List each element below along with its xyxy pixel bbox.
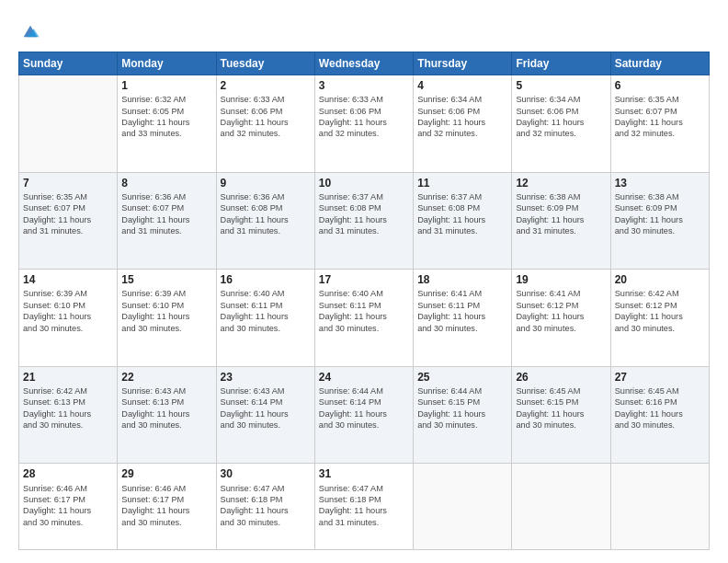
col-tuesday: Tuesday	[216, 52, 314, 75]
day-info: Sunrise: 6:41 AM Sunset: 6:11 PM Dayligh…	[417, 288, 507, 334]
table-cell: 27Sunrise: 6:45 AM Sunset: 6:16 PM Dayli…	[610, 366, 709, 464]
col-wednesday: Wednesday	[314, 52, 413, 75]
day-info: Sunrise: 6:42 AM Sunset: 6:12 PM Dayligh…	[615, 288, 705, 334]
day-info: Sunrise: 6:37 AM Sunset: 6:08 PM Dayligh…	[319, 191, 409, 237]
col-saturday: Saturday	[610, 52, 709, 75]
table-cell: 22Sunrise: 6:43 AM Sunset: 6:13 PM Dayli…	[118, 366, 216, 464]
day-info: Sunrise: 6:47 AM Sunset: 6:18 PM Dayligh…	[319, 483, 409, 529]
day-number: 3	[319, 78, 409, 93]
day-info: Sunrise: 6:34 AM Sunset: 6:06 PM Dayligh…	[516, 94, 606, 140]
day-info: Sunrise: 6:43 AM Sunset: 6:14 PM Dayligh…	[221, 385, 311, 431]
day-info: Sunrise: 6:42 AM Sunset: 6:13 PM Dayligh…	[23, 385, 113, 431]
day-info: Sunrise: 6:36 AM Sunset: 6:08 PM Dayligh…	[221, 191, 311, 237]
day-number: 10	[319, 176, 409, 190]
table-cell: 3Sunrise: 6:33 AM Sunset: 6:06 PM Daylig…	[314, 75, 413, 173]
calendar-table: Sunday Monday Tuesday Wednesday Thursday…	[18, 52, 710, 550]
day-number: 7	[23, 176, 113, 190]
day-info: Sunrise: 6:37 AM Sunset: 6:08 PM Dayligh…	[417, 191, 507, 237]
day-info: Sunrise: 6:41 AM Sunset: 6:12 PM Dayligh…	[516, 288, 606, 334]
table-cell: 29Sunrise: 6:46 AM Sunset: 6:17 PM Dayli…	[118, 464, 216, 550]
table-cell: 15Sunrise: 6:39 AM Sunset: 6:10 PM Dayli…	[118, 270, 216, 367]
table-cell: 14Sunrise: 6:39 AM Sunset: 6:10 PM Dayli…	[19, 270, 118, 367]
logo	[18, 20, 40, 42]
col-friday: Friday	[512, 52, 610, 75]
table-cell: 8Sunrise: 6:36 AM Sunset: 6:07 PM Daylig…	[118, 172, 216, 270]
day-number: 12	[516, 176, 606, 190]
col-thursday: Thursday	[414, 52, 512, 75]
day-number: 1	[121, 78, 211, 93]
table-row: 28Sunrise: 6:46 AM Sunset: 6:17 PM Dayli…	[19, 464, 710, 550]
table-cell: 21Sunrise: 6:42 AM Sunset: 6:13 PM Dayli…	[19, 366, 118, 464]
day-number: 19	[516, 272, 606, 287]
table-cell	[414, 464, 512, 550]
table-row: 7Sunrise: 6:35 AM Sunset: 6:07 PM Daylig…	[19, 172, 710, 270]
day-number: 15	[121, 272, 211, 287]
day-number: 6	[615, 78, 705, 93]
day-number: 29	[121, 466, 211, 481]
day-number: 31	[319, 466, 409, 481]
table-cell: 20Sunrise: 6:42 AM Sunset: 6:12 PM Dayli…	[610, 270, 709, 367]
col-monday: Monday	[118, 52, 216, 75]
header-row: Sunday Monday Tuesday Wednesday Thursday…	[19, 52, 710, 75]
table-row: 14Sunrise: 6:39 AM Sunset: 6:10 PM Dayli…	[19, 270, 710, 367]
table-cell: 10Sunrise: 6:37 AM Sunset: 6:08 PM Dayli…	[314, 172, 413, 270]
day-number: 17	[319, 272, 409, 287]
day-info: Sunrise: 6:47 AM Sunset: 6:18 PM Dayligh…	[221, 483, 311, 529]
day-info: Sunrise: 6:46 AM Sunset: 6:17 PM Dayligh…	[121, 483, 211, 529]
table-cell: 11Sunrise: 6:37 AM Sunset: 6:08 PM Dayli…	[414, 172, 512, 270]
day-number: 14	[23, 272, 113, 287]
day-number: 23	[221, 370, 311, 385]
table-cell: 4Sunrise: 6:34 AM Sunset: 6:06 PM Daylig…	[414, 75, 512, 173]
table-cell: 17Sunrise: 6:40 AM Sunset: 6:11 PM Dayli…	[314, 270, 413, 367]
table-cell: 13Sunrise: 6:38 AM Sunset: 6:09 PM Dayli…	[610, 172, 709, 270]
day-number: 2	[221, 78, 311, 93]
table-row: 1Sunrise: 6:32 AM Sunset: 6:05 PM Daylig…	[19, 75, 710, 173]
day-info: Sunrise: 6:46 AM Sunset: 6:17 PM Dayligh…	[23, 483, 113, 529]
day-number: 26	[516, 370, 606, 385]
day-info: Sunrise: 6:34 AM Sunset: 6:06 PM Dayligh…	[417, 94, 507, 140]
day-info: Sunrise: 6:35 AM Sunset: 6:07 PM Dayligh…	[615, 94, 705, 140]
table-cell: 24Sunrise: 6:44 AM Sunset: 6:14 PM Dayli…	[314, 366, 413, 464]
day-number: 27	[615, 370, 705, 385]
table-cell	[610, 464, 709, 550]
day-number: 20	[615, 272, 705, 287]
day-info: Sunrise: 6:40 AM Sunset: 6:11 PM Dayligh…	[221, 288, 311, 334]
day-info: Sunrise: 6:32 AM Sunset: 6:05 PM Dayligh…	[121, 94, 211, 140]
table-cell: 23Sunrise: 6:43 AM Sunset: 6:14 PM Dayli…	[216, 366, 314, 464]
table-cell: 30Sunrise: 6:47 AM Sunset: 6:18 PM Dayli…	[216, 464, 314, 550]
table-cell: 31Sunrise: 6:47 AM Sunset: 6:18 PM Dayli…	[314, 464, 413, 550]
table-row: 21Sunrise: 6:42 AM Sunset: 6:13 PM Dayli…	[19, 366, 710, 464]
day-number: 5	[516, 78, 606, 93]
table-cell	[512, 464, 610, 550]
table-cell: 18Sunrise: 6:41 AM Sunset: 6:11 PM Dayli…	[414, 270, 512, 367]
table-cell: 9Sunrise: 6:36 AM Sunset: 6:08 PM Daylig…	[216, 172, 314, 270]
day-number: 13	[615, 176, 705, 190]
day-number: 28	[23, 466, 113, 481]
day-info: Sunrise: 6:33 AM Sunset: 6:06 PM Dayligh…	[221, 94, 311, 140]
day-number: 16	[221, 272, 311, 287]
logo-icon	[20, 22, 40, 42]
table-cell: 19Sunrise: 6:41 AM Sunset: 6:12 PM Dayli…	[512, 270, 610, 367]
day-number: 11	[417, 176, 507, 190]
day-number: 25	[417, 370, 507, 385]
day-info: Sunrise: 6:45 AM Sunset: 6:15 PM Dayligh…	[516, 385, 606, 431]
header	[18, 17, 710, 42]
day-number: 8	[121, 176, 211, 190]
day-info: Sunrise: 6:44 AM Sunset: 6:15 PM Dayligh…	[417, 385, 507, 431]
table-cell: 6Sunrise: 6:35 AM Sunset: 6:07 PM Daylig…	[610, 75, 709, 173]
table-cell: 26Sunrise: 6:45 AM Sunset: 6:15 PM Dayli…	[512, 366, 610, 464]
day-info: Sunrise: 6:39 AM Sunset: 6:10 PM Dayligh…	[23, 288, 113, 334]
table-cell	[19, 75, 118, 173]
day-info: Sunrise: 6:45 AM Sunset: 6:16 PM Dayligh…	[615, 385, 705, 431]
day-number: 24	[319, 370, 409, 385]
day-info: Sunrise: 6:33 AM Sunset: 6:06 PM Dayligh…	[319, 94, 409, 140]
table-cell: 5Sunrise: 6:34 AM Sunset: 6:06 PM Daylig…	[512, 75, 610, 173]
table-cell: 16Sunrise: 6:40 AM Sunset: 6:11 PM Dayli…	[216, 270, 314, 367]
day-info: Sunrise: 6:38 AM Sunset: 6:09 PM Dayligh…	[615, 191, 705, 237]
day-info: Sunrise: 6:35 AM Sunset: 6:07 PM Dayligh…	[23, 191, 113, 237]
day-info: Sunrise: 6:44 AM Sunset: 6:14 PM Dayligh…	[319, 385, 409, 431]
day-number: 4	[417, 78, 507, 93]
col-sunday: Sunday	[19, 52, 118, 75]
table-cell: 2Sunrise: 6:33 AM Sunset: 6:06 PM Daylig…	[216, 75, 314, 173]
table-cell: 1Sunrise: 6:32 AM Sunset: 6:05 PM Daylig…	[118, 75, 216, 173]
